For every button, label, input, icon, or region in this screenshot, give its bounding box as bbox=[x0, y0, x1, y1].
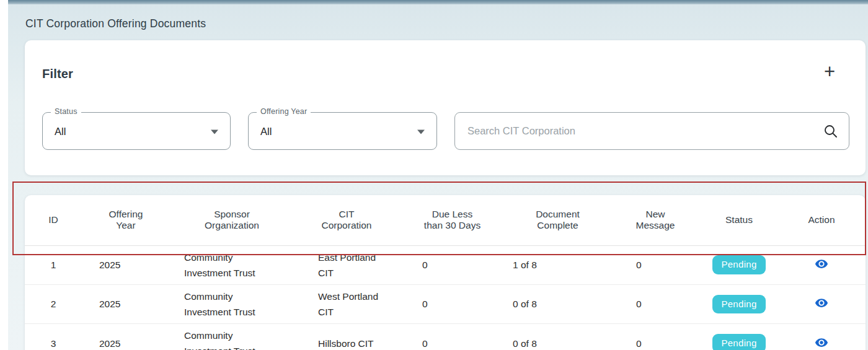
chevron-down-icon bbox=[417, 129, 425, 134]
plus-icon: + bbox=[824, 61, 835, 82]
documents-table: ID Offering Year Sponsor Organization CI… bbox=[25, 195, 866, 350]
cell-document-complete: 1 of 8 bbox=[505, 245, 610, 284]
page: CIT Corporation Offering Documents Filte… bbox=[0, 0, 868, 350]
eye-icon bbox=[813, 296, 830, 310]
cell-new-message: 0 bbox=[610, 284, 701, 323]
status-select[interactable]: Status All bbox=[42, 112, 231, 150]
status-badge: Pending bbox=[712, 255, 765, 274]
column-header-document-complete: Document Complete bbox=[505, 195, 610, 245]
cell-sponsor-organization: Community Investment Trust bbox=[170, 245, 294, 284]
cell-status: Pending bbox=[701, 284, 777, 323]
cell-id: 2 bbox=[25, 284, 82, 323]
expand-filter-button[interactable]: + bbox=[818, 61, 841, 83]
documents-table-panel: ID Offering Year Sponsor Organization CI… bbox=[25, 195, 866, 350]
column-header-new-message: New Message bbox=[610, 195, 701, 245]
cell-offering-year: 2025 bbox=[82, 324, 170, 350]
eye-icon bbox=[813, 336, 830, 349]
status-badge: Pending bbox=[712, 295, 765, 314]
chevron-down-icon bbox=[211, 129, 218, 134]
cell-offering-year: 2025 bbox=[82, 284, 170, 323]
cell-due-less-than-30-days: 0 bbox=[399, 324, 505, 350]
offering-year-select-label: Offering Year bbox=[257, 107, 311, 116]
cell-new-message: 0 bbox=[610, 245, 701, 284]
search-input[interactable] bbox=[467, 113, 815, 149]
status-select-value: All bbox=[55, 125, 66, 137]
cell-sponsor-organization: Community Investment Trust bbox=[170, 324, 294, 350]
cell-sponsor-organization: Community Investment Trust bbox=[170, 284, 294, 323]
view-action-button[interactable] bbox=[812, 295, 831, 313]
cell-id: 1 bbox=[25, 245, 82, 284]
table-row: 3 2025 Community Investment Trust Hillsb… bbox=[25, 324, 866, 350]
page-title: CIT Corporation Offering Documents bbox=[25, 17, 206, 30]
column-header-sponsor-organization: Sponsor Organization bbox=[170, 195, 294, 245]
offering-year-select-value: All bbox=[260, 125, 272, 137]
cell-cit-corporation: East Portland CIT bbox=[294, 245, 399, 284]
cell-cit-corporation: Hillsboro CIT bbox=[294, 324, 399, 350]
filter-panel: Filter + Status All Offering Year All bbox=[25, 40, 866, 175]
cell-id: 3 bbox=[25, 324, 82, 350]
status-select-label: Status bbox=[51, 107, 81, 116]
cell-status: Pending bbox=[701, 245, 777, 284]
cell-action bbox=[777, 324, 866, 350]
cell-new-message: 0 bbox=[610, 324, 701, 350]
cell-status: Pending bbox=[701, 324, 777, 350]
column-header-offering-year: Offering Year bbox=[82, 195, 170, 245]
cell-due-less-than-30-days: 0 bbox=[399, 245, 505, 284]
column-header-id: ID bbox=[25, 195, 82, 245]
column-header-due-less-than-30-days: Due Less than 30 Days bbox=[399, 195, 505, 245]
cell-document-complete: 0 of 8 bbox=[505, 284, 610, 323]
filter-heading: Filter bbox=[42, 67, 73, 81]
search-icon[interactable] bbox=[823, 123, 839, 139]
cell-document-complete: 0 of 8 bbox=[505, 324, 610, 350]
view-action-button[interactable] bbox=[812, 256, 831, 274]
eye-icon bbox=[813, 257, 830, 271]
cell-action bbox=[777, 245, 866, 284]
table-header-row: ID Offering Year Sponsor Organization CI… bbox=[25, 195, 866, 245]
cell-action bbox=[777, 284, 866, 323]
table-row: 1 2025 Community Investment Trust East P… bbox=[25, 245, 866, 284]
cell-due-less-than-30-days: 0 bbox=[399, 284, 505, 323]
cell-cit-corporation: West Portland CIT bbox=[294, 284, 399, 323]
offering-year-select[interactable]: Offering Year All bbox=[248, 112, 437, 150]
search-field bbox=[454, 112, 849, 150]
status-badge: Pending bbox=[712, 334, 765, 350]
table-row: 2 2025 Community Investment Trust West P… bbox=[25, 284, 866, 323]
view-action-button[interactable] bbox=[812, 335, 831, 350]
column-header-cit-corporation: CIT Corporation bbox=[294, 195, 399, 245]
column-header-action: Action bbox=[777, 195, 866, 245]
top-accent-bar bbox=[8, 0, 868, 4]
column-header-status: Status bbox=[701, 195, 777, 245]
cell-offering-year: 2025 bbox=[82, 245, 170, 284]
